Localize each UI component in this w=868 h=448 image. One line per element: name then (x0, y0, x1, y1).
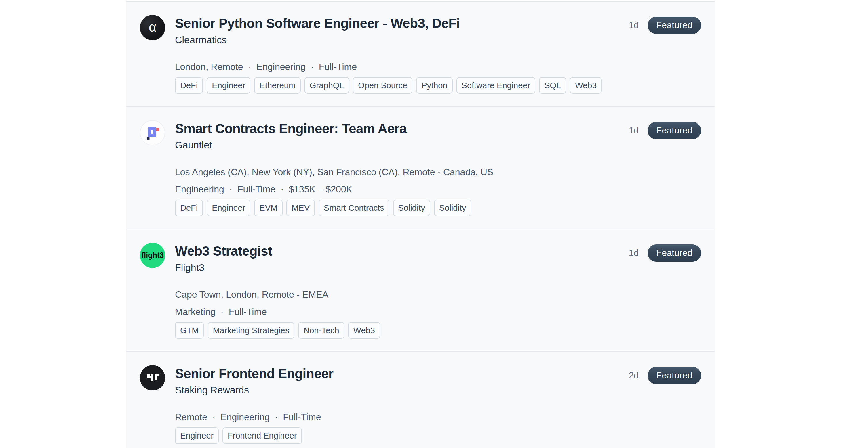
job-meta-line: London, Remote · Engineering · Full-Time (175, 61, 617, 72)
job-meta-line: Cape Town, London, Remote - EMEA (175, 289, 617, 300)
job-tag[interactable]: Frontend Engineer (222, 427, 302, 444)
job-tag[interactable]: MEV (286, 200, 315, 216)
job-tag[interactable]: Web3 (348, 322, 380, 339)
job-tag[interactable]: Solidity (393, 200, 431, 216)
job-title[interactable]: Smart Contracts Engineer: Team Aera (175, 120, 617, 137)
job-title-block: Web3 Strategist Flight3 Cape Town, Londo… (175, 243, 617, 339)
company-name[interactable]: Gauntlet (175, 139, 617, 151)
job-tag[interactable]: Engineer (207, 77, 250, 94)
clearmatics-logo-icon: α (149, 21, 157, 34)
job-tag[interactable]: Engineer (207, 200, 250, 216)
company-logo[interactable] (140, 120, 165, 145)
job-meta-line: Marketing · Full-Time (175, 306, 617, 317)
job-meta-line: Remote · Engineering · Full-Time (175, 411, 617, 423)
flight3-logo-icon: flight3 (141, 252, 164, 260)
featured-badge: Featured (648, 244, 701, 262)
job-card-inner: Smart Contracts Engineer: Team Aera Gaun… (140, 120, 701, 216)
job-title-block: Senior Python Software Engineer - Web3, … (175, 15, 617, 94)
company-name[interactable]: Staking Rewards (175, 384, 617, 396)
job-age: 2d (629, 370, 639, 381)
job-card[interactable]: flight3 Web3 Strategist Flight3 Cape Tow… (126, 229, 715, 351)
job-card-inner: flight3 Web3 Strategist Flight3 Cape Tow… (140, 243, 701, 339)
gauntlet-logo-icon (141, 120, 165, 145)
job-tag[interactable]: DeFi (175, 77, 203, 94)
job-tags: DeFiEngineerEthereumGraphQLOpen SourcePy… (175, 77, 617, 94)
job-tag[interactable]: Non-Tech (298, 322, 344, 339)
job-age: 1d (629, 20, 639, 31)
job-right-block: 1d Featured (629, 122, 701, 139)
staking-rewards-logo-icon (140, 365, 165, 390)
job-meta-line: Los Angeles (CA), New York (NY), San Fra… (175, 166, 617, 178)
job-tag[interactable]: Smart Contracts (319, 200, 390, 216)
job-meta: London, Remote · Engineering · Full-Time (175, 61, 617, 72)
job-list: α Senior Python Software Engineer - Web3… (126, 1, 715, 448)
job-tag[interactable]: Marketing Strategies (208, 322, 294, 339)
job-tag[interactable]: Open Source (353, 77, 412, 94)
job-tag[interactable]: GraphQL (305, 77, 349, 94)
job-meta-line: Engineering · Full-Time · $135K – $200K (175, 183, 617, 195)
featured-badge: Featured (648, 17, 701, 34)
job-right-block: 2d Featured (629, 367, 701, 384)
job-tag[interactable]: DeFi (175, 200, 203, 216)
job-tags: GTMMarketing StrategiesNon-TechWeb3 (175, 322, 617, 339)
company-logo[interactable] (140, 365, 165, 390)
job-tag[interactable]: Ethereum (254, 77, 301, 94)
job-tags: EngineerFrontend Engineer (175, 427, 617, 444)
job-card[interactable]: α Senior Python Software Engineer - Web3… (126, 1, 715, 106)
job-card[interactable]: Senior Frontend Engineer Staking Rewards… (126, 351, 715, 448)
job-title-block: Smart Contracts Engineer: Team Aera Gaun… (175, 120, 617, 216)
job-tag[interactable]: Python (416, 77, 453, 94)
job-tag[interactable]: EVM (254, 200, 283, 216)
job-age: 1d (629, 125, 639, 136)
job-tag[interactable]: Software Engineer (457, 77, 536, 94)
job-card-inner: Senior Frontend Engineer Staking Rewards… (140, 365, 701, 444)
featured-badge: Featured (648, 122, 701, 139)
job-tag[interactable]: Engineer (175, 427, 219, 444)
job-card[interactable]: Smart Contracts Engineer: Team Aera Gaun… (126, 106, 715, 229)
job-title[interactable]: Senior Python Software Engineer - Web3, … (175, 15, 617, 32)
company-logo[interactable]: flight3 (140, 243, 165, 268)
featured-badge: Featured (648, 367, 701, 384)
job-age: 1d (629, 248, 639, 258)
job-title[interactable]: Senior Frontend Engineer (175, 365, 617, 382)
job-title[interactable]: Web3 Strategist (175, 243, 617, 260)
company-logo[interactable]: α (140, 15, 165, 40)
company-name[interactable]: Flight3 (175, 261, 617, 274)
job-tags: DeFiEngineerEVMMEVSmart ContractsSolidit… (175, 200, 617, 216)
job-card-inner: α Senior Python Software Engineer - Web3… (140, 15, 701, 94)
job-meta: Remote · Engineering · Full-Time (175, 411, 617, 423)
job-tag[interactable]: GTM (175, 322, 204, 339)
job-title-block: Senior Frontend Engineer Staking Rewards… (175, 365, 617, 444)
company-name[interactable]: Clearmatics (175, 33, 617, 46)
job-tag[interactable]: Solidity (434, 200, 471, 216)
job-tag[interactable]: SQL (539, 77, 566, 94)
job-right-block: 1d Featured (629, 17, 701, 34)
job-meta: Los Angeles (CA), New York (NY), San Fra… (175, 166, 617, 195)
job-tag[interactable]: Web3 (570, 77, 602, 94)
job-meta: Cape Town, London, Remote - EMEAMarketin… (175, 289, 617, 317)
job-right-block: 1d Featured (629, 244, 701, 262)
